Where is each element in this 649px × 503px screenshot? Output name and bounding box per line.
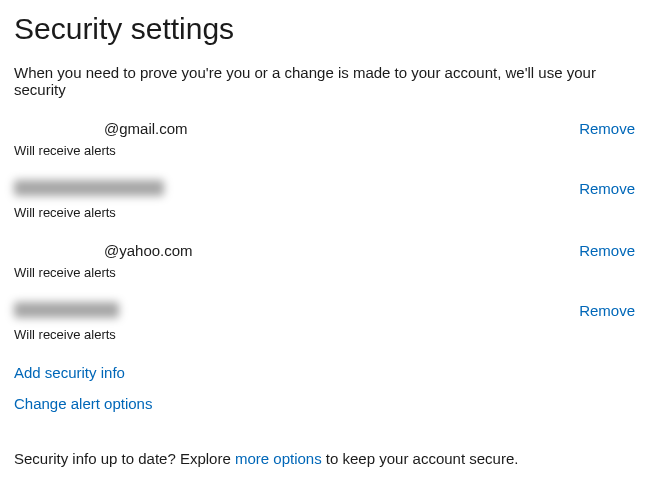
security-info-value: @gmail.com (14, 120, 579, 137)
remove-link[interactable]: Remove (579, 302, 635, 319)
security-info-value: @yahoo.com (14, 242, 579, 259)
security-info-row: @gmail.com Remove (14, 120, 635, 137)
security-info-row: Remove (14, 180, 635, 199)
footer-suffix: to keep your account secure. (322, 450, 519, 467)
security-info-visible: @yahoo.com (104, 242, 193, 259)
redacted-value (14, 302, 119, 318)
remove-link[interactable]: Remove (579, 242, 635, 259)
alert-status: Will receive alerts (14, 265, 635, 280)
remove-link[interactable]: Remove (579, 180, 635, 197)
security-info-value (14, 180, 579, 199)
add-security-info-link[interactable]: Add security info (14, 364, 635, 381)
actions-block: Add security info Change alert options (14, 364, 635, 412)
security-info-row: @yahoo.com Remove (14, 242, 635, 259)
security-settings-page: Security settings When you need to prove… (0, 0, 649, 498)
footer-prefix: Security info up to date? Explore (14, 450, 235, 467)
intro-text: When you need to prove you're you or a c… (14, 64, 635, 98)
more-options-link[interactable]: more options (235, 450, 322, 467)
change-alert-options-link[interactable]: Change alert options (14, 395, 635, 412)
security-info-visible: @gmail.com (104, 120, 188, 137)
page-title: Security settings (14, 12, 635, 46)
alert-status: Will receive alerts (14, 327, 635, 342)
security-info-value (14, 302, 579, 321)
security-info-row: Remove (14, 302, 635, 321)
alert-status: Will receive alerts (14, 205, 635, 220)
footer-text: Security info up to date? Explore more o… (14, 450, 635, 467)
remove-link[interactable]: Remove (579, 120, 635, 137)
alert-status: Will receive alerts (14, 143, 635, 158)
redacted-value (14, 180, 164, 196)
